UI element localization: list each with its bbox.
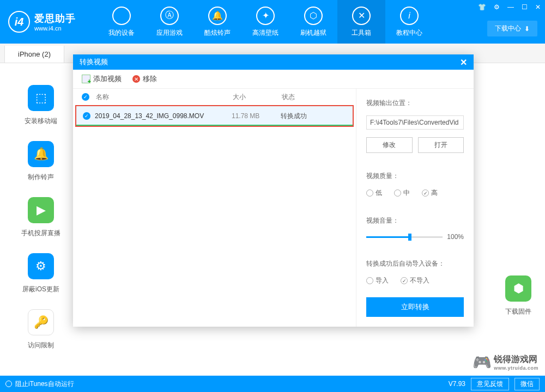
nav-ringtones[interactable]: 🔔酷炫铃声 bbox=[193, 0, 241, 44]
app-url: www.i4.cn bbox=[34, 25, 76, 32]
ringtone-icon: 🔔 bbox=[28, 141, 54, 167]
file-size: 11.78 MB bbox=[232, 112, 281, 120]
convert-now-button[interactable]: 立即转换 bbox=[366, 297, 464, 317]
dialog-close-button[interactable]: ✕ bbox=[460, 57, 467, 68]
quality-radio-group: 低 中 高 bbox=[366, 188, 464, 198]
settings-icon[interactable]: ⚙ bbox=[494, 3, 500, 11]
download-center-button[interactable]: 下载中心 ⬇ bbox=[487, 21, 537, 36]
sidebar-make-ringtone[interactable]: 🔔制作铃声 bbox=[28, 141, 54, 182]
import-yes[interactable]: 导入 bbox=[366, 276, 389, 285]
file-list-header: ✓ 名称 大小 状态 bbox=[73, 89, 356, 105]
cube-icon: ⬢ bbox=[505, 275, 531, 302]
nav-jailbreak[interactable]: ⬡刷机越狱 bbox=[289, 0, 337, 44]
sidebar: ⬚安装移动端 🔔制作铃声 ▶手机投屏直播 ⚙屏蔽iOS更新 🔑访问限制 bbox=[0, 63, 82, 350]
minimize-button[interactable]: — bbox=[507, 3, 514, 11]
status-bar: 阻止iTunes自动运行 V7.93 意见反馈 微信 bbox=[0, 376, 545, 392]
file-name: 2019_04_28_13_42_IMG_0998.MOV bbox=[90, 112, 232, 120]
nav-wallpapers[interactable]: ✦高清壁纸 bbox=[241, 0, 289, 44]
app-name: 爱思助手 bbox=[34, 12, 76, 25]
sidebar-install-mobile[interactable]: ⬚安装移动端 bbox=[25, 85, 57, 126]
main-nav: 我的设备 Ⓐ应用游戏 🔔酷炫铃声 ✦高清壁纸 ⬡刷机越狱 ✕工具箱 i教程中心 bbox=[98, 0, 433, 44]
box-icon: ⬡ bbox=[304, 7, 323, 25]
app-header: i4 爱思助手 www.i4.cn 我的设备 Ⓐ应用游戏 🔔酷炫铃声 ✦高清壁纸… bbox=[0, 0, 545, 44]
select-all-checkbox[interactable]: ✓ bbox=[82, 93, 89, 101]
nav-apps-games[interactable]: Ⓐ应用游戏 bbox=[146, 0, 193, 44]
output-path-input[interactable] bbox=[366, 115, 464, 130]
nav-tutorials[interactable]: i教程中心 bbox=[385, 0, 433, 44]
apple-icon bbox=[112, 7, 131, 25]
bell-icon: 🔔 bbox=[208, 7, 227, 25]
remove-icon: ✕ bbox=[132, 75, 140, 83]
dialog-toolbar: 添加视频 ✕移除 bbox=[73, 70, 474, 89]
add-video-button[interactable]: 添加视频 bbox=[82, 74, 122, 84]
key-icon: 🔑 bbox=[28, 309, 54, 335]
toggle-circle-icon bbox=[5, 381, 12, 387]
nav-toolbox[interactable]: ✕工具箱 bbox=[337, 0, 385, 44]
logo-icon: i4 bbox=[8, 11, 30, 33]
download-icon: ⬇ bbox=[524, 25, 530, 33]
volume-label: 视频音量： bbox=[366, 216, 464, 225]
open-button[interactable]: 打开 bbox=[418, 137, 464, 153]
dialog-titlebar[interactable]: 转换视频 ✕ bbox=[73, 54, 474, 70]
output-label: 视频输出位置： bbox=[366, 99, 464, 108]
sidebar-block-ios-update[interactable]: ⚙屏蔽iOS更新 bbox=[22, 253, 59, 294]
maximize-button[interactable]: ☐ bbox=[522, 3, 528, 11]
quality-mid[interactable]: 中 bbox=[394, 188, 410, 198]
gear-icon: ⚙ bbox=[28, 253, 54, 279]
volume-slider[interactable] bbox=[366, 236, 443, 238]
window-controls: 👕 ⚙ — ☐ ✕ bbox=[478, 3, 541, 11]
options-pane: 视频输出位置： 修改 打开 视频质量： 低 中 高 视频音量： 100% 转换成… bbox=[356, 89, 474, 327]
volume-value: 100% bbox=[447, 233, 464, 241]
convert-video-dialog: 转换视频 ✕ 添加视频 ✕移除 ✓ 名称 大小 状态 ✓ 2019_04_28_… bbox=[73, 54, 474, 327]
logo-area: i4 爱思助手 www.i4.cn bbox=[8, 11, 76, 33]
install-icon: ⬚ bbox=[28, 85, 54, 111]
file-row[interactable]: ✓ 2019_04_28_13_42_IMG_0998.MOV 11.78 MB… bbox=[76, 106, 353, 126]
progress-bar bbox=[76, 125, 353, 126]
dialog-title-text: 转换视频 bbox=[80, 57, 108, 67]
column-status[interactable]: 状态 bbox=[282, 93, 347, 102]
quality-label: 视频质量： bbox=[366, 171, 464, 181]
shirt-icon[interactable]: 👕 bbox=[478, 3, 486, 11]
highlighted-row: ✓ 2019_04_28_13_42_IMG_0998.MOV 11.78 MB… bbox=[75, 105, 354, 127]
close-button[interactable]: ✕ bbox=[535, 3, 541, 11]
quality-low[interactable]: 低 bbox=[366, 188, 382, 198]
gamepad-icon: 🎮 bbox=[473, 353, 492, 371]
file-status: 转换成功 bbox=[281, 112, 346, 121]
modify-button[interactable]: 修改 bbox=[366, 137, 413, 153]
tab-iphone[interactable]: iPhone (2) bbox=[4, 46, 64, 63]
feedback-button[interactable]: 意见反馈 bbox=[471, 378, 509, 390]
tools-icon: ✕ bbox=[352, 7, 371, 25]
import-radio-group: 导入 不导入 bbox=[366, 276, 464, 285]
cast-icon: ▶ bbox=[28, 197, 54, 223]
sidebar-access-restriction[interactable]: 🔑访问限制 bbox=[28, 309, 54, 350]
watermark: 🎮 锐得游戏网 www.ytruida.com bbox=[473, 353, 538, 371]
sparkle-icon: ✦ bbox=[256, 7, 275, 25]
block-itunes-toggle[interactable]: 阻止iTunes自动运行 bbox=[5, 379, 74, 389]
sidebar-screen-cast[interactable]: ▶手机投屏直播 bbox=[21, 197, 60, 238]
import-label: 转换成功后自动导入设备： bbox=[366, 259, 464, 268]
version-label: V7.93 bbox=[449, 380, 465, 388]
apps-icon: Ⓐ bbox=[160, 7, 179, 25]
import-no[interactable]: 不导入 bbox=[401, 276, 429, 285]
remove-button[interactable]: ✕移除 bbox=[132, 74, 157, 84]
info-icon: i bbox=[400, 7, 419, 25]
nav-my-device[interactable]: 我的设备 bbox=[98, 0, 146, 44]
file-list-pane: ✓ 名称 大小 状态 ✓ 2019_04_28_13_42_IMG_0998.M… bbox=[73, 89, 356, 327]
quality-high[interactable]: 高 bbox=[422, 188, 438, 198]
sidebar-download-firmware[interactable]: ⬢ 下载固件 bbox=[505, 275, 531, 316]
column-name[interactable]: 名称 bbox=[92, 93, 233, 102]
column-size[interactable]: 大小 bbox=[233, 93, 282, 102]
wechat-button[interactable]: 微信 bbox=[514, 378, 540, 390]
add-icon bbox=[82, 75, 90, 83]
row-checkbox[interactable]: ✓ bbox=[83, 112, 90, 120]
